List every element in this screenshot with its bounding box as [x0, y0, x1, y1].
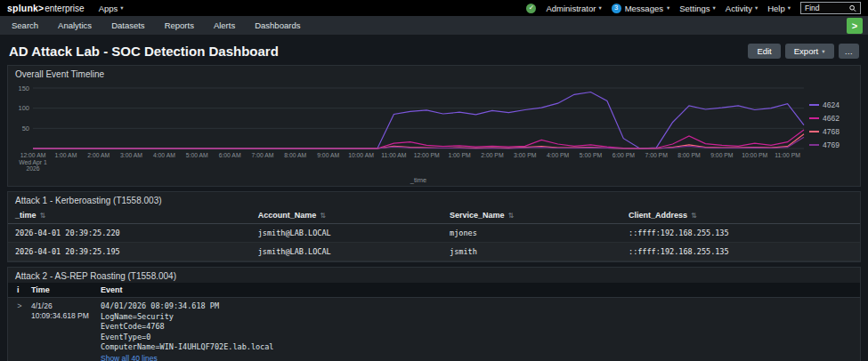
- column-header-client_address[interactable]: Client_Address⇅: [621, 207, 860, 224]
- svg-text:100: 100: [18, 104, 29, 112]
- messages-menu[interactable]: 3 Messages ▾: [612, 4, 670, 13]
- health-check-icon[interactable]: ✓: [526, 4, 536, 13]
- find-input[interactable]: [805, 4, 849, 12]
- svg-text:_time: _time: [410, 176, 426, 184]
- svg-text:7:00 PM: 7:00 PM: [645, 152, 669, 158]
- legend-swatch: [809, 117, 819, 119]
- event-body: 04/01/2026 08:09:34.618 PMLogName=Securi…: [101, 301, 860, 361]
- legend-swatch: [809, 104, 819, 106]
- nav-item-analytics[interactable]: Analytics: [48, 20, 101, 30]
- column-header-_time[interactable]: _time⇅: [8, 207, 251, 224]
- legend-item-4624[interactable]: 4624: [809, 100, 852, 109]
- column-header-service_name[interactable]: Service_Name⇅: [442, 207, 621, 224]
- splunk-dashboard-page: splunk>enterprise Apps ▾ ✓ Administrator…: [0, 0, 868, 361]
- caret-down-icon: ▾: [755, 4, 758, 12]
- more-actions-button[interactable]: …: [839, 44, 860, 59]
- legend-item-4662[interactable]: 4662: [809, 114, 852, 123]
- column-header-label: Service_Name: [450, 211, 505, 220]
- table-cell[interactable]: jsmith@LAB.LOCAL: [251, 243, 442, 261]
- chart-legend: 4624466247684769: [809, 81, 852, 149]
- svg-text:8:00 PM: 8:00 PM: [677, 152, 701, 158]
- table-cell[interactable]: jsmith: [442, 243, 621, 261]
- event-time-clock: 10:09:34.618 PM: [31, 311, 101, 321]
- expand-chevron-icon[interactable]: >: [8, 301, 31, 361]
- legend-label: 4662: [823, 114, 840, 123]
- legend-item-4769[interactable]: 4769: [809, 140, 852, 149]
- splunk-app-icon[interactable]: >: [847, 18, 863, 34]
- svg-text:7:00 AM: 7:00 AM: [251, 152, 273, 158]
- export-button[interactable]: Export ▾: [785, 44, 834, 59]
- administrator-menu[interactable]: Administrator ▾: [546, 4, 601, 13]
- nav-item-reports[interactable]: Reports: [155, 20, 204, 30]
- help-menu[interactable]: Help ▾: [767, 4, 791, 13]
- settings-menu[interactable]: Settings ▾: [679, 4, 716, 13]
- table-cell[interactable]: ::ffff:192.168.255.135: [621, 224, 860, 243]
- event-row: > 4/1/26 10:09:34.618 PM 04/01/2026 08:0…: [8, 298, 860, 361]
- panel-title: Overall Event Timeline: [8, 66, 860, 81]
- activity-menu[interactable]: Activity ▾: [726, 4, 758, 13]
- sort-icon: ⇅: [40, 212, 46, 220]
- caret-down-icon: ▾: [713, 4, 716, 12]
- legend-item-4768[interactable]: 4768: [809, 127, 852, 136]
- nav-item-search[interactable]: Search: [2, 20, 48, 30]
- logo-brand-text: splunk: [7, 3, 38, 13]
- nav-item-datasets[interactable]: Datasets: [101, 20, 155, 30]
- help-menu-label: Help: [767, 4, 785, 13]
- column-header-time: Time: [31, 285, 101, 294]
- svg-text:10:00 PM: 10:00 PM: [742, 152, 767, 158]
- panel-overall-event-timeline: Overall Event Timeline 5010015012:00 AMW…: [7, 65, 861, 187]
- table-cell[interactable]: jsmith@LAB.LOCAL: [251, 224, 442, 243]
- column-header-label: _time: [15, 211, 37, 220]
- splunk-logo[interactable]: splunk>enterprise: [7, 3, 85, 13]
- svg-text:2:00 AM: 2:00 AM: [87, 152, 110, 158]
- settings-menu-label: Settings: [679, 4, 710, 13]
- svg-text:3:00 AM: 3:00 AM: [120, 152, 142, 158]
- table-row[interactable]: 2026-04-01 20:39:25.195jsmith@LAB.LOCALj…: [8, 243, 860, 261]
- panel-asrep-roasting: Attack 2 - AS-REP Roasting (T1558.004) i…: [7, 267, 861, 361]
- find-search-box[interactable]: [800, 2, 861, 14]
- column-header-label: Account_Name: [258, 211, 317, 220]
- svg-text:4:00 PM: 4:00 PM: [547, 152, 570, 158]
- apps-menu-label: Apps: [99, 4, 118, 13]
- sort-icon: ⇅: [320, 212, 326, 220]
- table-cell[interactable]: mjones: [442, 224, 621, 243]
- nav-item-dashboards[interactable]: Dashboards: [245, 20, 310, 30]
- event-text-line: 04/01/2026 08:09:34.618 PM: [101, 301, 853, 312]
- apps-menu[interactable]: Apps ▾: [99, 4, 124, 13]
- svg-text:5:00 AM: 5:00 AM: [186, 152, 208, 158]
- edit-button[interactable]: Edit: [748, 44, 780, 59]
- events-header-row: i Time Event: [8, 283, 860, 298]
- table-cell[interactable]: 2026-04-01 20:39:25.220: [8, 224, 251, 243]
- topbar-right-menus: ✓ Administrator ▾ 3 Messages ▾ Settings …: [526, 2, 861, 14]
- column-header-label: Client_Address: [629, 211, 687, 220]
- sort-icon: ⇅: [508, 212, 515, 220]
- sort-icon: ⇅: [691, 212, 697, 220]
- administrator-menu-label: Administrator: [546, 4, 596, 13]
- column-header-event: Event: [101, 285, 860, 294]
- page-title: AD Attack Lab - SOC Detection Dashboard: [9, 44, 279, 59]
- svg-text:1:00 AM: 1:00 AM: [54, 152, 77, 158]
- svg-text:12:00 PM: 12:00 PM: [414, 152, 440, 158]
- column-header-info: i: [8, 285, 31, 294]
- show-all-lines-link[interactable]: Show all 40 lines: [101, 353, 853, 361]
- nav-items: SearchAnalyticsDatasetsReportsAlertsDash…: [2, 20, 310, 30]
- app-nav-bar: SearchAnalyticsDatasetsReportsAlertsDash…: [0, 16, 868, 36]
- search-icon: [849, 4, 856, 12]
- svg-text:3:00 PM: 3:00 PM: [514, 152, 537, 158]
- table-row[interactable]: 2026-04-01 20:39:25.220jsmith@LAB.LOCALm…: [8, 224, 860, 243]
- svg-text:6:00 PM: 6:00 PM: [612, 152, 636, 158]
- caret-down-icon: ▾: [822, 48, 824, 55]
- event-text-line: ComputerName=WIN-I4UHLQF702E.lab.local: [101, 342, 853, 353]
- svg-text:1:00 PM: 1:00 PM: [448, 152, 471, 158]
- messages-count-badge: 3: [612, 4, 621, 13]
- svg-text:2026: 2026: [26, 165, 39, 172]
- table-cell[interactable]: 2026-04-01 20:39:25.195: [8, 243, 251, 261]
- event-text-line: EventCode=4768: [101, 322, 853, 333]
- svg-text:11:00 AM: 11:00 AM: [381, 152, 407, 158]
- svg-text:9:00 PM: 9:00 PM: [710, 152, 734, 158]
- nav-item-alerts[interactable]: Alerts: [204, 20, 245, 30]
- column-header-account_name[interactable]: Account_Name⇅: [251, 207, 442, 224]
- header-buttons: Edit Export ▾ …: [748, 44, 859, 59]
- caret-down-icon: ▾: [788, 4, 791, 12]
- table-cell[interactable]: ::ffff:192.168.255.135: [621, 243, 860, 261]
